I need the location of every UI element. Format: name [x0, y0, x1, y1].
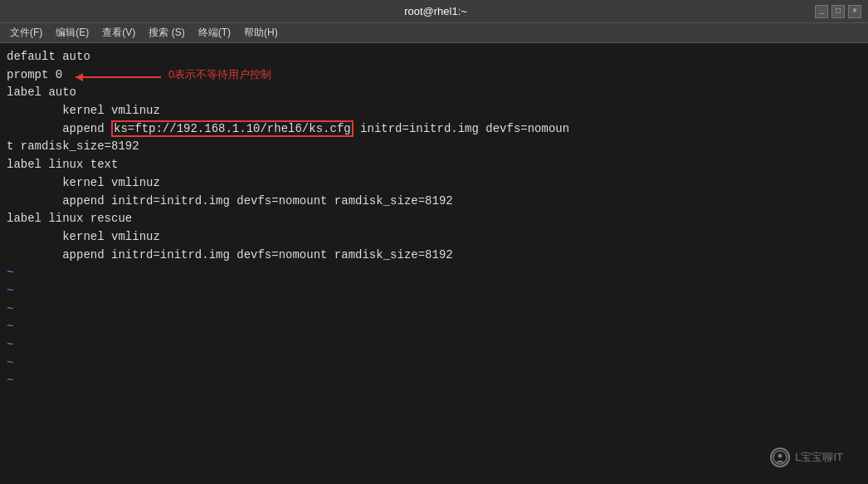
titlebar: root@rhel1:~ _ □ × [0, 0, 868, 23]
line-6: label linux text [7, 156, 861, 174]
watermark-icon [770, 447, 790, 467]
menubar: 文件(F) 编辑(E) 查看(V) 搜索 (S) 终端(T) 帮助(H) [0, 23, 868, 43]
tilde-4: ~ [7, 318, 861, 336]
tilde-6: ~ [7, 354, 861, 373]
append-prefix: append [7, 122, 111, 135]
window-controls[interactable]: _ □ × [815, 5, 861, 18]
menu-search[interactable]: 搜索 (S) [142, 24, 191, 42]
menu-terminal[interactable]: 终端(T) [192, 24, 237, 42]
line-2: prompt 0 [7, 66, 62, 85]
svg-point-3 [778, 454, 783, 458]
annotation-label: 0表示不等待用户控制 [168, 66, 271, 83]
close-button[interactable]: × [848, 5, 861, 18]
watermark-text: L宝宝聊IT [795, 449, 843, 466]
line-5: append ks=ftp://192.168.1.10/rhel6/ks.cf… [7, 120, 861, 139]
tilde-1: ~ [7, 264, 861, 282]
line-7: kernel vmlinuz [7, 174, 861, 193]
window-title: root@rhel1:~ [56, 5, 815, 17]
line-10: kernel vmlinuz [7, 228, 861, 247]
tilde-7: ~ [7, 372, 861, 390]
watermark: L宝宝聊IT [770, 447, 843, 467]
line-1: default auto [7, 48, 861, 66]
terminal-content: default auto prompt 0 0表示不等待用户控制 label a… [0, 43, 868, 484]
menu-edit[interactable]: 编辑(E) [49, 24, 95, 42]
tilde-2: ~ [7, 282, 861, 301]
line-8: append initrd=initrd.img devfs=nomount r… [7, 193, 861, 211]
line-4: kernel vmlinuz [7, 102, 861, 120]
line-5b: t ramdisk_size=8192 [7, 138, 861, 156]
tilde-5: ~ [7, 336, 861, 354]
svg-marker-1 [76, 73, 83, 81]
append-suffix: initrd=initrd.img devfs=nomoun [354, 122, 569, 135]
maximize-button[interactable]: □ [831, 5, 845, 18]
arrow-annotation [71, 68, 171, 86]
line-9: label linux rescue [7, 210, 861, 228]
menu-file[interactable]: 文件(F) [3, 24, 49, 42]
minimize-button[interactable]: _ [815, 5, 828, 18]
tilde-3: ~ [7, 301, 861, 319]
line-3: label auto [7, 84, 861, 102]
menu-view[interactable]: 查看(V) [95, 24, 142, 42]
ks-highlighted: ks=ftp://192.168.1.10/rhel6/ks.cfg [111, 120, 354, 137]
menu-help[interactable]: 帮助(H) [237, 24, 285, 42]
line-11: append initrd=initrd.img devfs=nomount r… [7, 247, 861, 265]
